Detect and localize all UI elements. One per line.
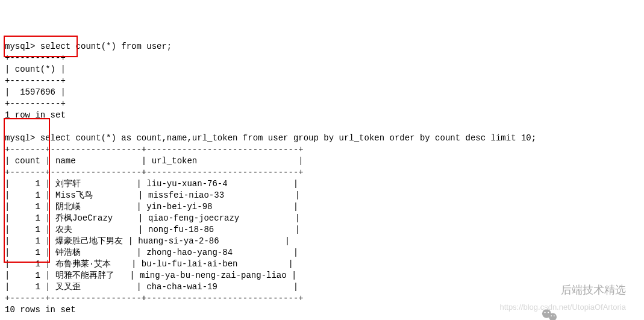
watermark-text: 后端技术精选 [561, 283, 626, 297]
terminal-line: | 1 | Miss飞鸟 | missfei-niao-33 | [5, 190, 639, 201]
terminal-line: mysql> select count(*) as count,name,url… [5, 133, 639, 144]
terminal-line: | 1 | 农夫 | nong-fu-18-86 | [5, 224, 639, 236]
terminal-line: | 1597696 | [5, 87, 639, 98]
mysql-terminal: mysql> select count(*) from user;+------… [5, 41, 639, 320]
watermark: 后端技术精选 [542, 283, 626, 297]
terminal-line: | 1 | 明雅不能再胖了 | ming-ya-bu-neng-zai-pang… [5, 270, 639, 281]
terminal-line: | count(*) | [5, 64, 639, 75]
svg-point-5 [554, 315, 555, 316]
terminal-line [5, 121, 639, 133]
terminal-line: +-------+------------------+------------… [5, 167, 639, 178]
svg-point-2 [544, 312, 545, 313]
terminal-line: +----------+ [5, 98, 639, 110]
terminal-line: mysql> select count(*) from user; [5, 41, 639, 52]
terminal-line: | 1 | 爆豪胜己地下男友 | huang-si-ya-2-86 | [5, 236, 639, 247]
wechat-icon [542, 283, 557, 296]
terminal-line: | 1 | 钟浩杨 | zhong-hao-yang-84 | [5, 247, 639, 259]
terminal-line: | 1 | 布鲁弗莱·艾本 | bu-lu-fu-lai-ai-ben | [5, 259, 639, 270]
svg-point-3 [548, 312, 549, 313]
terminal-line: +----------+ [5, 52, 639, 64]
terminal-line: +-------+------------------+------------… [5, 144, 639, 155]
terminal-line: | 1 | 刘宇轩 | liu-yu-xuan-76-4 | [5, 178, 639, 190]
terminal-line: 1 row in set [5, 110, 639, 121]
terminal-line: | count | name | url_token | [5, 155, 639, 167]
terminal-line: | 1 | 阴北嵄 | yin-bei-yi-98 | [5, 201, 639, 213]
terminal-line: | 1 | 乔枫JoeCrazy | qiao-feng-joecrazy | [5, 213, 639, 224]
watermark-url: https://blog.csdn.net/UtopiaOfArtoria [499, 303, 626, 312]
terminal-line: +----------+ [5, 75, 639, 87]
svg-point-4 [551, 315, 552, 316]
